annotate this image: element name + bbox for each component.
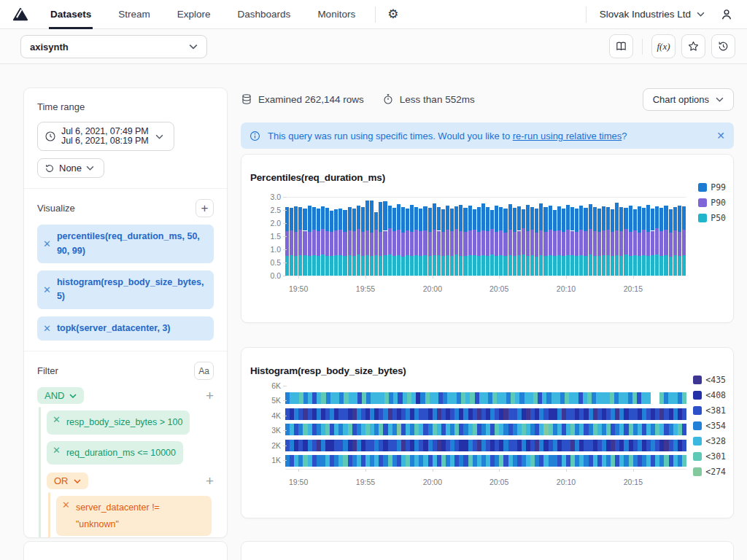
remove-icon[interactable]: ✕: [53, 414, 61, 425]
legend-swatch: [698, 198, 707, 207]
book-icon: [615, 40, 627, 52]
legend-swatch: [693, 467, 702, 476]
nav-item-stream[interactable]: Stream: [117, 0, 152, 29]
dataset-name: axisynth: [30, 42, 69, 52]
favorite-button[interactable]: [681, 34, 705, 58]
dataset-toolbar: axisynth f(x): [0, 29, 747, 64]
filter-root-operator[interactable]: AND: [37, 387, 84, 404]
results-area: Examined 262,144 rows Less than 552ms Ch…: [241, 88, 734, 518]
remove-icon[interactable]: ✕: [43, 238, 51, 249]
legend-item[interactable]: <354: [693, 421, 726, 431]
case-sensitivity-button[interactable]: Aa: [194, 362, 214, 380]
legend-swatch: [693, 452, 702, 461]
time-range-value: Jul 6, 2021, 07:49 PM Jul 6, 2021, 08:19…: [61, 127, 149, 146]
chevron-down-icon: [716, 97, 724, 102]
legend-item[interactable]: P50: [698, 213, 726, 223]
condition-label: server_datacenter != "unknown": [76, 499, 204, 532]
banner-close-icon[interactable]: ✕: [716, 130, 725, 141]
org-selector[interactable]: Slovak Industries Ltd: [600, 9, 705, 20]
legend-item[interactable]: <435: [693, 375, 726, 385]
legend-label: <301: [705, 451, 726, 462]
chevron-down-icon: [155, 134, 163, 139]
legend-label: <435: [705, 375, 726, 385]
relative-time-banner: This query was run using specific times.…: [241, 122, 734, 149]
remove-icon[interactable]: ✕: [43, 284, 51, 295]
remove-icon[interactable]: ✕: [62, 499, 70, 510]
legend-label: <354: [705, 421, 726, 431]
top-nav: Datasets Stream Explore Dashboards Monit…: [0, 0, 747, 29]
history-button[interactable]: [711, 34, 735, 58]
filter-condition[interactable]: ✕ req_duration_ms <= 10000: [47, 441, 183, 465]
chevron-down-icon: [697, 12, 705, 17]
add-visualization-button[interactable]: +: [196, 199, 214, 217]
legend-label: <381: [705, 405, 726, 416]
legend-label: P99: [711, 182, 726, 192]
docs-button[interactable]: [609, 34, 633, 58]
legend-swatch: [698, 214, 707, 222]
legend-swatch: [693, 391, 702, 400]
percentiles-plot[interactable]: [285, 191, 686, 276]
add-filter-button[interactable]: +: [206, 389, 214, 402]
operator-label: AND: [44, 390, 64, 401]
nav-divider: [586, 7, 587, 23]
clock-icon: [44, 131, 56, 142]
histogram-plot[interactable]: [285, 381, 686, 464]
visualization-chip[interactable]: ✕ topk(server_datacenter, 3): [37, 316, 214, 341]
nav-item-label: Datasets: [50, 9, 91, 20]
chart-title: Histogram(resp_body_size_bytes): [250, 365, 406, 376]
app-logo-icon[interactable]: [12, 7, 28, 23]
remove-icon[interactable]: ✕: [43, 323, 51, 334]
percentiles-chart-card: Percentiles(req_duration_ms) P99 P90 P50…: [241, 154, 734, 323]
legend-swatch: [693, 421, 702, 430]
nav-item-monitors[interactable]: Monitors: [316, 0, 357, 29]
nav-divider: [375, 7, 376, 23]
nav-item-datasets[interactable]: Datasets: [49, 0, 93, 29]
legend-label: <274: [705, 467, 726, 477]
filter-condition[interactable]: ✕ resp_body_size_bytes > 100: [47, 411, 190, 435]
time-range-selector[interactable]: Jul 6, 2021, 07:49 PM Jul 6, 2021, 08:19…: [37, 122, 174, 151]
star-icon: [687, 40, 700, 52]
chevron-down-icon: [74, 479, 81, 483]
add-filter-button[interactable]: +: [206, 474, 214, 488]
histogram-legend: <435 <408 <381 <354 <328 <301 <274: [693, 375, 726, 477]
org-name: Slovak Industries Ltd: [600, 9, 691, 20]
rows-examined-stat: Examined 262,144 rows: [241, 93, 364, 105]
banner-text: This query was run using specific times.…: [268, 131, 627, 141]
compare-against-selector[interactable]: None: [37, 158, 104, 178]
legend-item[interactable]: <381: [693, 405, 726, 416]
legend-item[interactable]: P90: [698, 198, 726, 208]
filter-group-operator[interactable]: OR: [47, 472, 88, 489]
filter-condition[interactable]: ✕ server_datacenter != "unknown": [56, 496, 212, 536]
remove-icon[interactable]: ✕: [53, 445, 61, 456]
query-duration-stat: Less than 552ms: [382, 93, 475, 105]
legend-item[interactable]: P99: [698, 182, 726, 192]
functions-button[interactable]: f(x): [651, 34, 676, 58]
user-avatar-icon[interactable]: [719, 7, 734, 22]
legend-item[interactable]: <408: [693, 390, 726, 400]
filter-label: Filter: [37, 365, 58, 376]
query-stats-row: Examined 262,144 rows Less than 552ms Ch…: [241, 88, 734, 111]
chevron-down-icon: [86, 166, 94, 171]
nav-item-dashboards[interactable]: Dashboards: [236, 0, 293, 29]
nav-item-explore[interactable]: Explore: [176, 0, 212, 29]
rerun-relative-link[interactable]: re-run using relative times: [513, 131, 622, 141]
settings-gear-icon[interactable]: ⚙: [387, 8, 398, 20]
toolbar-divider: [642, 39, 643, 55]
visualization-chip[interactable]: ✕ histogram(resp_body_size_bytes, 5): [37, 271, 214, 309]
condition-label: req_duration_ms <= 10000: [66, 445, 176, 462]
legend-item[interactable]: <328: [693, 436, 726, 446]
compare-value: None: [59, 163, 82, 174]
legend-swatch: [698, 183, 707, 192]
legend-item[interactable]: <274: [693, 467, 726, 477]
visualization-chip-label: histogram(resp_body_size_bytes, 5): [57, 276, 206, 304]
chart-options-button[interactable]: Chart options: [643, 88, 734, 111]
legend-item[interactable]: <301: [693, 451, 726, 462]
dataset-selector[interactable]: axisynth: [20, 35, 207, 58]
operator-label: OR: [54, 475, 69, 486]
visualization-chip[interactable]: ✕ percentiles(req_duration_ms, 50, 90, 9…: [37, 225, 214, 263]
nav-item-label: Explore: [177, 9, 211, 20]
legend-swatch: [693, 376, 702, 384]
chevron-down-icon: [69, 394, 77, 398]
visualization-chip-label: topk(server_datacenter, 3): [57, 322, 171, 335]
fx-icon: f(x): [657, 41, 670, 52]
